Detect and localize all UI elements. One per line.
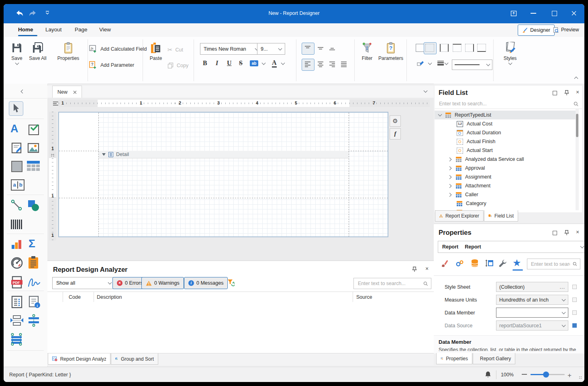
- border-all-icon[interactable]: [416, 44, 425, 52]
- property-modified-marker[interactable]: [572, 323, 577, 328]
- add-parameter-button[interactable]: ? Add Parameter: [89, 61, 134, 69]
- barcode-tool[interactable]: [11, 220, 22, 229]
- tab-layout[interactable]: Layout: [45, 27, 62, 33]
- strikethrough-button[interactable]: S: [239, 60, 243, 67]
- analyzer-pin-icon[interactable]: [412, 267, 417, 272]
- analyzer-filter-combo[interactable]: Show all: [52, 277, 115, 289]
- property-checkbox[interactable]: [572, 285, 577, 289]
- shape-tool[interactable]: [27, 199, 39, 211]
- properties-search-input[interactable]: [530, 261, 571, 267]
- field-list-search-box[interactable]: [435, 99, 582, 109]
- close-window-icon[interactable]: [571, 10, 577, 16]
- cut-button[interactable]: ✂ Cut: [167, 46, 183, 53]
- tree-item-category[interactable]: Category: [435, 199, 579, 208]
- tree-item-actual-finish[interactable]: Actual Finish: [435, 137, 579, 146]
- character-comb-tool[interactable]: a b: [11, 179, 24, 191]
- zoom-level[interactable]: 100%: [501, 372, 514, 378]
- notification-bell-icon[interactable]: [485, 371, 491, 378]
- align-middle-icon[interactable]: [317, 45, 324, 51]
- tab-report-design-analyzer[interactable]: Report Design Analyzer: [48, 353, 110, 365]
- properties-close-icon[interactable]: ×: [576, 230, 579, 234]
- minimize-icon[interactable]: [531, 13, 536, 14]
- cross-band-box-tool[interactable]: [10, 333, 23, 346]
- property-checkbox[interactable]: [572, 310, 577, 315]
- tree-scrollbar-thumb[interactable]: [576, 114, 578, 137]
- filter-button[interactable]: Filter: [359, 42, 376, 61]
- report-tasks-button[interactable]: ⚙: [390, 115, 401, 127]
- font-color-button[interactable]: A: [272, 59, 277, 68]
- tree-root-reporttypedlist[interactable]: ReportTypedList: [435, 111, 579, 119]
- underline-button[interactable]: U: [227, 60, 232, 67]
- data-member-value[interactable]: [496, 308, 568, 318]
- tree-item-actual-start[interactable]: Actual Start: [435, 146, 579, 155]
- misc-category-icon[interactable]: [499, 259, 507, 267]
- property-checkbox[interactable]: [572, 298, 577, 302]
- pivot-grid-tool[interactable]: [28, 256, 39, 269]
- tab-report-gallery[interactable]: Report Gallery: [473, 353, 515, 364]
- font-family-combo[interactable]: Times New Roman: [200, 43, 262, 55]
- border-bottom-icon[interactable]: [477, 44, 486, 52]
- tree-item-analyzed-data[interactable]: Analyzed data Service call: [435, 155, 579, 164]
- warnings-toggle-button[interactable]: 0 Warnings: [141, 277, 184, 289]
- column-source[interactable]: Source: [356, 294, 372, 300]
- tab-list-dropdown-icon[interactable]: [424, 89, 428, 93]
- line-style-combo[interactable]: [452, 60, 492, 70]
- chart-tool[interactable]: [11, 238, 22, 250]
- border-color-icon[interactable]: [417, 60, 424, 66]
- behavior-category-icon[interactable]: [455, 259, 464, 267]
- measure-units-value[interactable]: Hundredths of an Inch: [496, 295, 568, 305]
- zoom-out-button[interactable]: [522, 374, 527, 375]
- highlight-button[interactable]: ab: [250, 60, 258, 66]
- band-splitter-grip[interactable]: [51, 154, 55, 156]
- line-weight-icon[interactable]: [437, 60, 444, 66]
- resize-grip[interactable]: [579, 376, 582, 379]
- field-list-close-icon[interactable]: ×: [576, 90, 579, 94]
- zoom-slider-thumb[interactable]: [543, 372, 549, 378]
- field-list-maximize-icon[interactable]: [553, 91, 557, 95]
- line-tool[interactable]: [11, 199, 22, 211]
- line-weight-dropdown-icon[interactable]: [445, 61, 449, 65]
- font-color-dropdown-icon[interactable]: [281, 61, 285, 65]
- cross-band-line-tool[interactable]: [28, 314, 40, 327]
- left-margin-line[interactable]: [98, 113, 99, 236]
- zoom-slider-track[interactable]: [531, 374, 565, 375]
- italic-button[interactable]: I: [216, 60, 218, 67]
- object-selector-combo[interactable]: Report Report: [438, 241, 584, 253]
- chevron-down-icon[interactable]: [438, 113, 442, 117]
- tree-item-approval[interactable]: Approval: [435, 164, 579, 172]
- tree-item-assignment[interactable]: Assignment: [435, 172, 579, 181]
- preview-button[interactable]: Preview: [550, 25, 582, 35]
- chevron-right-icon[interactable]: [448, 166, 452, 170]
- align-bottom-icon[interactable]: [329, 45, 335, 51]
- font-size-combo[interactable]: 9...: [257, 43, 285, 55]
- favorites-category-icon[interactable]: ★: [512, 257, 521, 269]
- report-scripts-button[interactable]: f: [390, 128, 401, 140]
- pdf-content-tool[interactable]: PDF: [11, 276, 23, 289]
- report-page[interactable]: Detail: [58, 112, 388, 237]
- property-row-measure-units[interactable]: Measure Units Hundredths of an Inch: [435, 294, 579, 305]
- analyzer-grid-body[interactable]: [47, 302, 434, 353]
- analyzer-search-box[interactable]: [353, 278, 431, 289]
- analyzer-funnel-icon[interactable]: [227, 279, 235, 286]
- chevron-right-icon[interactable]: [448, 193, 452, 197]
- parameters-button[interactable]: ? Parameters: [378, 42, 404, 61]
- chevron-right-icon[interactable]: [448, 175, 452, 179]
- field-list-search-input[interactable]: [438, 101, 571, 107]
- styles-button[interactable]: Styles: [501, 42, 519, 64]
- report-properties-button[interactable]: Properties: [55, 42, 82, 61]
- layout-category-icon[interactable]: [485, 259, 493, 267]
- highlight-dropdown-icon[interactable]: [262, 61, 266, 65]
- designer-button[interactable]: Designer: [518, 25, 555, 36]
- right-margin-line[interactable]: [349, 113, 349, 236]
- band-collapse-icon[interactable]: [102, 153, 106, 156]
- border-top-icon[interactable]: [453, 44, 461, 52]
- ellipsis-button[interactable]: ...: [560, 284, 565, 290]
- column-description[interactable]: Description: [97, 294, 122, 300]
- border-left-right-icon[interactable]: [440, 44, 449, 52]
- tab-report-explorer[interactable]: Report Explorer: [435, 210, 484, 222]
- properties-pin-icon[interactable]: [564, 230, 569, 236]
- gauge-tool[interactable]: [10, 257, 23, 269]
- add-calculated-field-button[interactable]: fx Add Calculated Field: [89, 45, 147, 53]
- pointer-tool-selected[interactable]: [9, 101, 23, 116]
- style-sheet-value[interactable]: (Collection)...: [496, 282, 568, 292]
